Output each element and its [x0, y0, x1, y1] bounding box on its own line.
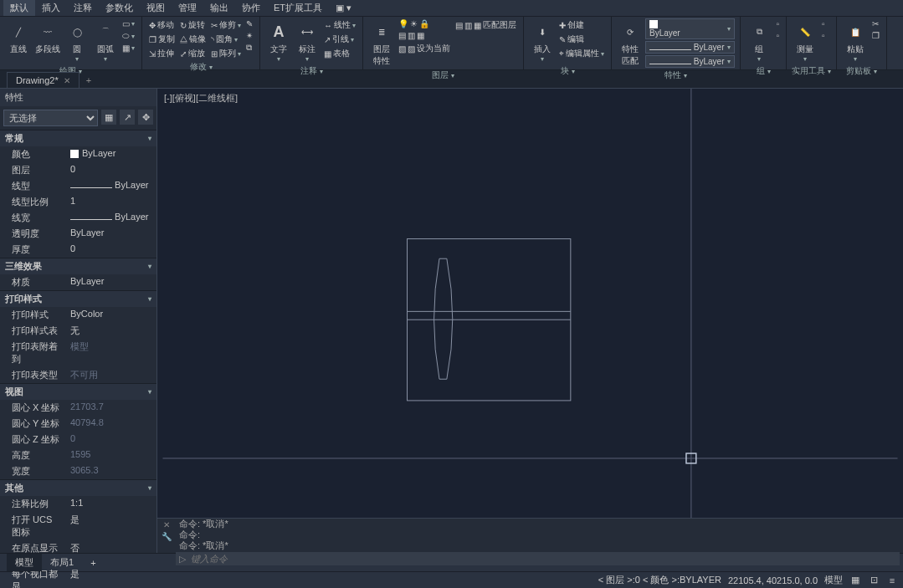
- edit-block-button[interactable]: ✎编辑: [557, 33, 606, 46]
- prop-row[interactable]: 宽度3065.3: [0, 463, 156, 479]
- viewport[interactable]: [-][俯视][二维线框]: [157, 89, 903, 518]
- menu-collab[interactable]: 协作: [235, 0, 267, 16]
- quick-select-button[interactable]: ▦: [101, 110, 116, 125]
- paste-button[interactable]: 📋粘贴▾: [842, 18, 869, 64]
- chevron-down-icon[interactable]: ▾: [684, 72, 687, 79]
- prop-value[interactable]: 1:1: [67, 496, 156, 512]
- prop-value[interactable]: 0: [67, 162, 156, 178]
- offset-button[interactable]: ⧉: [244, 42, 254, 54]
- lineweight-combo[interactable]: ByLayer▾: [645, 41, 735, 54]
- pick-add-button[interactable]: ↗: [120, 110, 135, 125]
- menu-manage[interactable]: 管理: [172, 0, 203, 16]
- group-button[interactable]: ⧉组▾: [746, 18, 772, 64]
- prop-row[interactable]: 高度1595: [0, 447, 156, 463]
- prop-section-header[interactable]: 其他▾: [0, 479, 156, 496]
- copy-button[interactable]: ❐复制: [147, 33, 177, 46]
- edit-attr-button[interactable]: ⌖编辑属性▾: [557, 47, 606, 60]
- chevron-down-icon[interactable]: ▾: [874, 68, 877, 75]
- layout-tab-model[interactable]: 模型: [7, 554, 42, 571]
- layer-combo[interactable]: 💡☀🔒: [397, 18, 452, 29]
- prop-value[interactable]: ByLayer: [67, 274, 156, 290]
- prop-row[interactable]: 注释比例1:1: [0, 496, 156, 512]
- chevron-down-icon[interactable]: ▾: [451, 72, 454, 79]
- text-button[interactable]: A文字▾: [265, 18, 292, 64]
- new-tab-button[interactable]: +: [80, 73, 98, 88]
- menu-view[interactable]: 视图: [140, 0, 172, 16]
- prop-row[interactable]: 打印表附着到模型: [0, 339, 156, 367]
- prop-row[interactable]: 圆心 X 坐标21703.7: [0, 400, 156, 416]
- chevron-down-icon[interactable]: ▾: [572, 68, 575, 75]
- array-button[interactable]: ⊞阵列▾: [209, 47, 243, 60]
- group-tool-2[interactable]: ▫: [774, 30, 781, 41]
- util-tool-1[interactable]: ▫: [820, 18, 827, 29]
- layer-tools-3[interactable]: ▤▥▦匹配图层: [454, 18, 518, 32]
- prop-row[interactable]: 线型 ByLayer: [0, 178, 156, 194]
- prop-value[interactable]: 3065.3: [67, 463, 156, 479]
- close-icon[interactable]: ✕: [64, 76, 70, 85]
- create-block-button[interactable]: ✚创建: [557, 18, 606, 32]
- prop-value[interactable]: 0: [67, 432, 156, 447]
- line-button[interactable]: ╱直线: [5, 18, 32, 57]
- arc-button[interactable]: ⌒圆弧▾: [92, 18, 119, 64]
- cmd-wrench-icon[interactable]: 🔧: [162, 532, 172, 541]
- prop-row[interactable]: 打印样式表无: [0, 323, 156, 339]
- menu-expand-icon[interactable]: ▣ ▾: [329, 1, 358, 15]
- linetype-combo[interactable]: ByLayer▾: [645, 55, 735, 68]
- menu-output[interactable]: 输出: [203, 0, 235, 16]
- prop-value[interactable]: 无: [67, 323, 156, 339]
- mirror-button[interactable]: ⧋镜像: [178, 33, 208, 46]
- prop-value[interactable]: ByLayer: [67, 146, 156, 162]
- prop-section-header[interactable]: 打印样式▾: [0, 290, 156, 307]
- menu-insert[interactable]: 插入: [35, 0, 67, 16]
- prop-row[interactable]: 圆心 Z 坐标0: [0, 432, 156, 447]
- prop-row[interactable]: 线型比例1: [0, 194, 156, 210]
- prop-row[interactable]: 打印样式ByColor: [0, 307, 156, 323]
- prop-section-header[interactable]: 视图▾: [0, 383, 156, 400]
- add-layout-button[interactable]: +: [82, 555, 104, 570]
- matchlayer-button[interactable]: 设为当前: [417, 43, 450, 54]
- prop-value[interactable]: 40794.8: [67, 416, 156, 432]
- layer-tools-1[interactable]: ▤▥▦: [397, 30, 452, 41]
- explode-button[interactable]: ✴: [244, 30, 254, 41]
- prop-value[interactable]: 不可用: [67, 367, 156, 383]
- color-combo[interactable]: ByLayer▾: [645, 18, 735, 39]
- chevron-down-icon[interactable]: ▾: [320, 68, 323, 75]
- prop-row[interactable]: 透明度ByLayer: [0, 226, 156, 242]
- layer-properties-button[interactable]: ≣图层 特性: [368, 18, 395, 69]
- prop-value[interactable]: ByLayer: [67, 210, 156, 226]
- selection-dropdown[interactable]: 无选择: [3, 110, 98, 126]
- fillet-button[interactable]: ◝圆角▾: [209, 33, 243, 46]
- match-properties-button[interactable]: ⟳特性 匹配: [617, 18, 644, 69]
- prop-section-header[interactable]: 常规▾: [0, 130, 156, 146]
- toggle-pim-button[interactable]: ✥: [138, 110, 153, 125]
- prop-value[interactable]: ByLayer: [67, 178, 156, 194]
- prop-row[interactable]: 打开 UCS 图标是: [0, 512, 156, 540]
- measure-button[interactable]: 📏测量▾: [792, 18, 818, 64]
- prop-value[interactable]: 模型: [67, 339, 156, 367]
- leader-button[interactable]: ↗引线▾: [322, 33, 357, 46]
- prop-row[interactable]: 圆心 Y 坐标40794.8: [0, 416, 156, 432]
- prop-row[interactable]: 线宽 ByLayer: [0, 210, 156, 226]
- prop-value[interactable]: ByColor: [67, 307, 156, 323]
- prop-value[interactable]: 1: [67, 194, 156, 210]
- copy-clip-button[interactable]: ❐: [870, 30, 881, 41]
- drawing-canvas[interactable]: [157, 89, 903, 518]
- command-input[interactable]: [189, 552, 900, 565]
- prop-value[interactable]: 是: [67, 512, 156, 540]
- insert-block-button[interactable]: ⬇插入▾: [529, 18, 556, 64]
- group-tool-1[interactable]: ▫: [774, 18, 781, 29]
- cut-button[interactable]: ✂: [870, 18, 881, 29]
- chevron-down-icon[interactable]: ▾: [828, 68, 831, 75]
- layout-tab-1[interactable]: 布局1: [42, 554, 82, 571]
- dimension-button[interactable]: ⟷标注▾: [294, 18, 321, 64]
- cmd-close-icon[interactable]: ✕: [163, 520, 170, 529]
- hatch-button[interactable]: ▦▾: [121, 43, 136, 54]
- menu-annotate[interactable]: 注释: [67, 0, 99, 16]
- menu-default[interactable]: 默认: [3, 0, 35, 16]
- prop-value[interactable]: 21703.7: [67, 400, 156, 416]
- prop-section-header[interactable]: 三维效果▾: [0, 258, 156, 274]
- prop-row[interactable]: 图层0: [0, 162, 156, 178]
- snap-icon[interactable]: ⊡: [868, 575, 880, 586]
- linear-button[interactable]: ↔线性▾: [322, 18, 357, 32]
- document-tab[interactable]: Drawing2* ✕: [7, 72, 80, 88]
